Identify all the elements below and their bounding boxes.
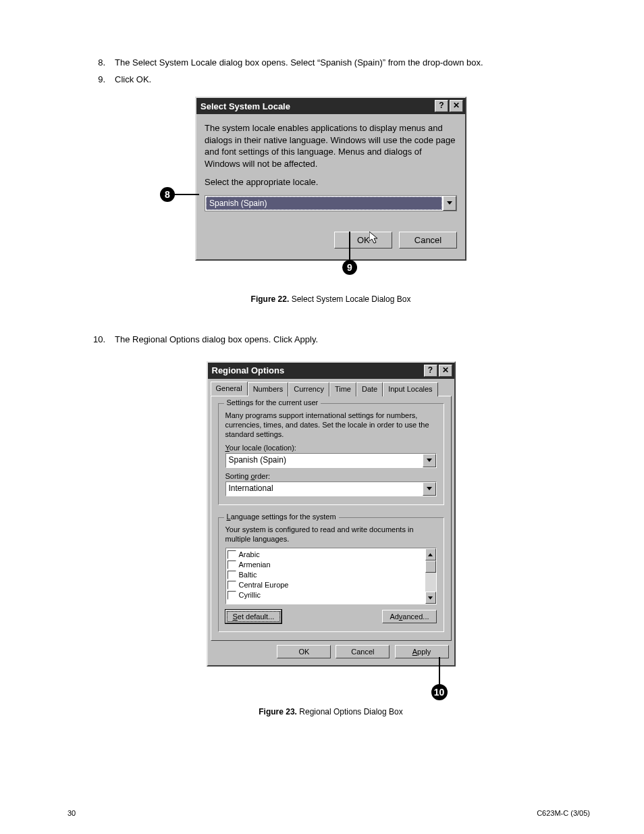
checkbox[interactable] [227,581,236,590]
close-button[interactable]: ✕ [450,100,463,112]
figure-22: 8 Select System Locale ? ✕ The system lo… [68,97,594,304]
dialog-description-1: The system locale enables applications t… [205,122,457,170]
tab-input-locales[interactable]: Input Locales [383,382,437,396]
dialog-titlebar[interactable]: Select System Locale ? ✕ [196,98,465,114]
scrollbar-track[interactable] [425,573,436,592]
page-footer: 30 C623M-C (3/05) [68,809,590,817]
language-list[interactable]: Arabic Armenian Baltic Central Europe Cy… [225,548,437,604]
scroll-up-icon[interactable] [425,548,436,561]
your-locale-dropdown[interactable]: Spanish (Spain) [225,453,437,468]
group-language-settings-legend: Language settings for the system [224,513,339,521]
your-locale-value: Spanish (Spain) [226,454,423,467]
step-9-number: 9. [68,74,115,84]
svg-marker-4 [427,459,432,462]
locale-dropdown-value: Spanish (Spain) [206,197,442,210]
tab-time[interactable]: Time [329,382,356,396]
list-item[interactable]: Armenian [227,560,424,570]
callout-badge-10: 10 [431,684,448,700]
callout-line-9 [349,232,351,261]
step-10-text: The Regional Options dialog box opens. C… [115,334,318,344]
tab-currency[interactable]: Currency [288,382,329,396]
chevron-down-icon[interactable] [423,482,436,496]
checkbox[interactable] [227,561,236,569]
scrollbar[interactable] [425,548,436,604]
chevron-down-icon[interactable] [423,454,436,467]
group-current-user: Settings for the current user Many progr… [218,403,444,505]
ok-button[interactable]: OK [334,232,392,249]
list-item[interactable]: Central Europe [227,580,424,590]
checkbox[interactable] [227,550,236,559]
help-button[interactable]: ? [424,365,437,377]
svg-marker-7 [428,596,433,599]
apply-button[interactable]: Apply [395,645,449,658]
sorting-order-dropdown[interactable]: International [225,481,437,496]
dialog-title: Select System Locale [200,101,435,111]
select-system-locale-dialog: Select System Locale ? ✕ The system loca… [195,97,466,261]
close-button[interactable]: ✕ [439,365,452,377]
step-8-number: 8. [68,57,115,68]
step-9: 9. Click OK. [68,74,594,84]
dialog-titlebar[interactable]: Regional Options ? ✕ [208,363,454,379]
cancel-button[interactable]: Cancel [336,645,390,658]
svg-marker-6 [428,553,433,556]
your-locale-label: Your locale (location): [225,444,437,452]
step-10-number: 10. [68,334,115,344]
figure-22-caption: Figure 22. Select System Locale Dialog B… [68,294,594,304]
regional-options-dialog: Regional Options ? ✕ General Numbers Cur… [207,361,456,667]
locale-dropdown[interactable]: Spanish (Spain) [205,195,457,211]
list-item[interactable]: Cyrillic [227,590,424,600]
group2-description: Your system is configured to read and wr… [225,525,437,544]
figure-23: Regional Options ? ✕ General Numbers Cur… [68,361,594,716]
callout-line-8 [175,194,199,196]
sorting-order-value: International [226,482,423,496]
dialog-description-2: Select the appropriate locale. [205,176,457,188]
set-default-button[interactable]: Set default... [225,610,282,623]
help-button[interactable]: ? [435,100,448,112]
group1-description: Many programs support international sett… [225,411,437,440]
step-8-text: The Select System Locale dialog box open… [115,57,483,68]
tab-strip: General Numbers Currency Time Date Input… [208,379,454,396]
tab-numbers[interactable]: Numbers [248,382,289,396]
step-10: 10. The Regional Options dialog box open… [68,334,594,344]
advanced-button[interactable]: Advanced... [382,610,436,623]
tab-general[interactable]: General [211,382,248,396]
group-language-settings: Language settings for the system Your sy… [218,517,444,633]
checkbox[interactable] [227,591,236,600]
page-number: 30 [68,809,76,817]
group-current-user-legend: Settings for the current user [224,398,321,407]
scroll-down-icon[interactable] [425,592,436,604]
svg-marker-3 [369,232,377,243]
cancel-button[interactable]: Cancel [399,232,457,249]
dialog-title: Regional Options [212,365,424,375]
list-item[interactable]: Baltic [227,570,424,580]
svg-marker-1 [447,201,452,205]
step-8: 8. The Select System Locale dialog box o… [68,57,594,68]
callout-line-10 [439,657,441,687]
callout-badge-9: 9 [342,260,357,275]
mouse-cursor-icon [369,232,380,245]
chevron-down-icon[interactable] [443,196,456,211]
scrollbar-thumb[interactable] [425,561,436,573]
callout-badge-8: 8 [160,187,175,202]
sorting-order-label: Sorting order: [225,472,437,480]
tab-date[interactable]: Date [356,382,383,396]
ok-button[interactable]: OK [277,645,331,658]
step-9-text: Click OK. [115,74,151,84]
checkbox[interactable] [227,571,236,579]
figure-23-caption: Figure 23. Regional Options Dialog Box [68,707,594,716]
svg-marker-5 [427,487,432,490]
list-item[interactable]: Arabic [227,550,424,560]
document-id: C623M-C (3/05) [537,809,590,817]
